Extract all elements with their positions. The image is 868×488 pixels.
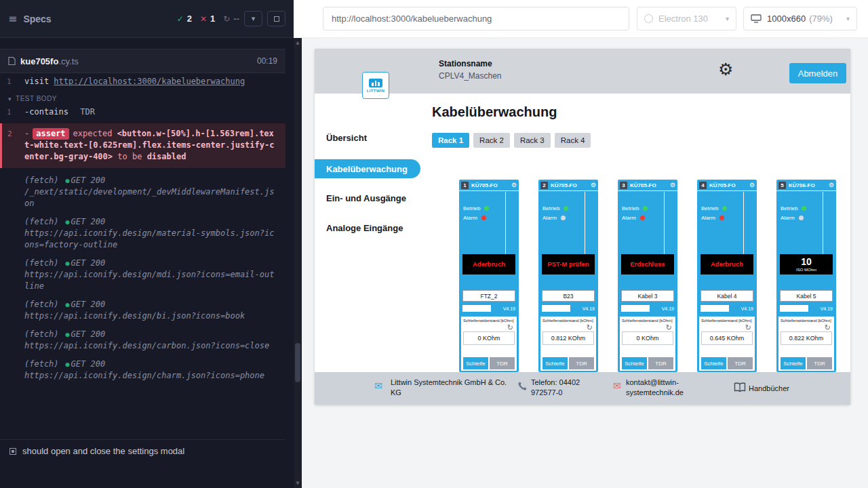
fetch-log-entry[interactable]: (fetch)●GET 200 https://api.iconify.desi… xyxy=(0,216,285,251)
footer-manuals-link[interactable]: Handbücher xyxy=(749,384,789,394)
tab-rack-2[interactable]: Rack 2 xyxy=(473,133,510,148)
browser-pane: Electron 130 ▾ 1000x660 (79%) ▾ Stations… xyxy=(302,0,868,488)
spec-duration: 00:19 xyxy=(257,56,277,66)
footer-email: kontakt@littwin-systemtechnik.de xyxy=(626,378,709,398)
stop-button[interactable] xyxy=(267,11,285,26)
scrollbar-thumb[interactable] xyxy=(295,343,300,382)
viewport-select[interactable]: 1000x660 (79%) ▾ xyxy=(743,7,857,30)
chevron-down-icon: ▾ xyxy=(8,96,12,102)
card-header: 5 KÜ706-FO ⚙ xyxy=(776,180,836,191)
firmware-version: V4.19 xyxy=(503,306,515,311)
sidebar-item-ein-und-ausgaenge[interactable]: Ein- und Ausgänge xyxy=(326,193,406,203)
tdr-button[interactable]: TDR xyxy=(569,357,594,369)
scroll-down-icon[interactable]: ▼ xyxy=(294,481,302,486)
success-dot-icon: ● xyxy=(66,331,70,338)
collapse-button[interactable]: ▾ xyxy=(244,11,262,26)
betrieb-indicator: Betrieb xyxy=(701,205,727,211)
browser-select[interactable]: Electron 130 ▾ xyxy=(637,7,736,30)
fetch-log-entry[interactable]: (fetch)●GET 200 https://api.iconify.desi… xyxy=(0,258,285,292)
alarm-dot xyxy=(481,216,486,220)
rack-card: 5 KÜ706-FO ⚙ Betrieb Alarm 10 ISO MOhm xyxy=(776,180,836,372)
spec-file-row[interactable]: kue705fo.cy.ts 00:19 xyxy=(0,49,285,73)
fetch-status: GET 200 xyxy=(71,359,106,369)
refresh-icon[interactable]: ↻ xyxy=(825,324,831,331)
reporter-scrollbar[interactable]: ▲ ▼ xyxy=(294,38,302,488)
settings-gear-icon[interactable]: ⚙ xyxy=(718,61,733,78)
visit-command[interactable]: 1 visit http://localhost:3000/kabelueber… xyxy=(0,75,285,89)
next-test-row[interactable]: should open and close the settings modal xyxy=(0,439,285,462)
status-display: PST-M prüfen xyxy=(542,254,595,274)
envelope-icon: ✉ xyxy=(374,381,382,390)
failed-assert-command[interactable]: 2-assertexpected <button.w-[50%].h-[1.56… xyxy=(0,123,285,168)
sidebar-item-kabelueberwachung[interactable]: Kabelüberwachung xyxy=(315,159,420,178)
rack-card: 4 KÜ705-FO ⚙ Betrieb Alarm Aderbruch xyxy=(697,180,757,372)
test-body-section[interactable]: ▾ TEST BODY xyxy=(0,89,285,105)
betrieb-indicator: Betrieb xyxy=(622,205,648,211)
alarm-dot xyxy=(799,216,804,220)
chevron-down-icon: ▾ xyxy=(846,15,850,22)
failed-icon: ✕ xyxy=(200,14,207,24)
schleife-button[interactable]: Schleife xyxy=(622,357,647,369)
cable-label: Kabel 3 xyxy=(621,290,674,302)
tdr-button[interactable]: TDR xyxy=(728,357,753,369)
fetch-log-entry[interactable]: (fetch)●GET 200 https://api.iconify.desi… xyxy=(0,299,285,322)
specs-label[interactable]: Specs xyxy=(23,14,51,24)
card-gear-icon[interactable]: ⚙ xyxy=(829,182,834,188)
fetch-log-entry[interactable]: (fetch)●GET 200 https://api.iconify.desi… xyxy=(0,359,285,382)
measurement-label: Schleifenwiderstand [kOhm] xyxy=(622,319,673,323)
contains-command[interactable]: 1 -contains TDR xyxy=(0,105,285,119)
card-number-badge: 3 xyxy=(620,182,627,189)
schleife-button[interactable]: Schleife xyxy=(701,357,726,369)
refresh-icon[interactable]: ↻ xyxy=(666,324,672,331)
logout-button[interactable]: Abmelden xyxy=(789,63,846,83)
firmware-version: V4.19 xyxy=(741,306,753,311)
card-gear-icon[interactable]: ⚙ xyxy=(670,182,675,188)
alarm-dot xyxy=(640,216,645,220)
card-title: KÜ705-FO xyxy=(471,182,498,188)
fetch-log-entry[interactable]: (fetch)●GET 200 /_next/static/developmen… xyxy=(0,175,285,209)
tdr-button[interactable]: TDR xyxy=(490,357,515,369)
sidebar-item-uebersicht[interactable]: Übersicht xyxy=(326,133,367,143)
logo-building-icon xyxy=(369,79,382,87)
blank-field xyxy=(780,305,808,312)
reporter-header: ≡ Specs ✓ 2 ✕ 1 ↻ -- ▾ xyxy=(0,0,294,38)
betrieb-dot xyxy=(643,206,648,211)
measurement-value: 0.822 KOhm xyxy=(781,331,832,345)
version-row: V4.19 xyxy=(542,304,595,312)
refresh-icon[interactable]: ↻ xyxy=(745,324,751,331)
card-gear-icon[interactable]: ⚙ xyxy=(591,182,596,188)
tdr-button[interactable]: TDR xyxy=(648,357,673,369)
specs-menu-icon[interactable]: ≡ xyxy=(8,12,17,25)
scroll-up-icon[interactable]: ▲ xyxy=(294,40,302,45)
refresh-icon[interactable]: ↻ xyxy=(587,324,593,331)
card-number-badge: 4 xyxy=(699,182,707,189)
success-dot-icon: ● xyxy=(66,177,70,184)
refresh-icon[interactable]: ↻ xyxy=(507,324,513,331)
fetch-log-entry[interactable]: (fetch)●GET 200 https://api.iconify.desi… xyxy=(0,329,285,352)
fetch-url: https://api.iconify.design/material-symb… xyxy=(24,228,277,251)
cable-label: B23 xyxy=(542,290,595,302)
version-row: V4.19 xyxy=(621,304,674,312)
card-title: KÜ705-FO xyxy=(709,182,736,188)
blank-field xyxy=(542,305,570,312)
tdr-button[interactable]: TDR xyxy=(807,357,832,369)
page-title: Kabelüberwachung xyxy=(432,104,557,120)
sidebar-item-analoge-eingaenge[interactable]: Analoge Eingänge xyxy=(326,223,403,233)
schleife-button[interactable]: Schleife xyxy=(463,357,488,369)
failed-stat: ✕ 1 xyxy=(200,14,215,24)
fetch-label: (fetch) xyxy=(24,359,59,369)
measurement-panel: Schleifenwiderstand [kOhm] ↻ 0 KOhm Schl… xyxy=(461,317,517,371)
line-number: 2 xyxy=(7,128,12,140)
url-input[interactable] xyxy=(323,7,629,30)
card-gear-icon[interactable]: ⚙ xyxy=(749,182,755,188)
schleife-button[interactable]: Schleife xyxy=(781,357,806,369)
pending-count: -- xyxy=(233,14,239,24)
fetch-label: (fetch) xyxy=(24,300,59,309)
tab-rack-3[interactable]: Rack 3 xyxy=(514,133,551,148)
card-gear-icon[interactable]: ⚙ xyxy=(511,182,517,188)
tab-rack-1[interactable]: Rack 1 xyxy=(432,133,469,148)
schleife-button[interactable]: Schleife xyxy=(542,357,568,369)
tab-rack-4[interactable]: Rack 4 xyxy=(555,133,591,148)
alarm-indicator: Alarm xyxy=(542,215,566,221)
measurement-label: Schleifenwiderstand [kOhm] xyxy=(542,319,594,323)
